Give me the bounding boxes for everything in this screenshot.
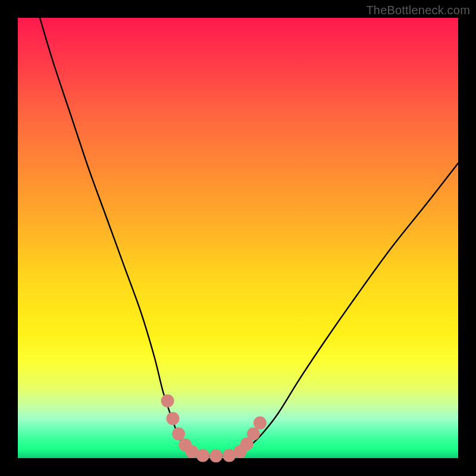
marker-right-3 bbox=[247, 427, 260, 440]
marker-left-1 bbox=[161, 394, 174, 408]
marker-floor-2 bbox=[209, 449, 223, 462]
marker-left-3 bbox=[172, 427, 185, 440]
curve-path bbox=[40, 18, 458, 456]
curve-markers bbox=[161, 394, 267, 463]
marker-floor-1 bbox=[196, 449, 209, 462]
bottleneck-curve bbox=[40, 18, 458, 456]
marker-left-2 bbox=[166, 412, 179, 425]
attribution-watermark: TheBottleneck.com bbox=[366, 4, 470, 17]
outer-frame: TheBottleneck.com bbox=[0, 0, 476, 476]
chart-svg bbox=[18, 18, 458, 458]
marker-right-4 bbox=[253, 416, 267, 430]
